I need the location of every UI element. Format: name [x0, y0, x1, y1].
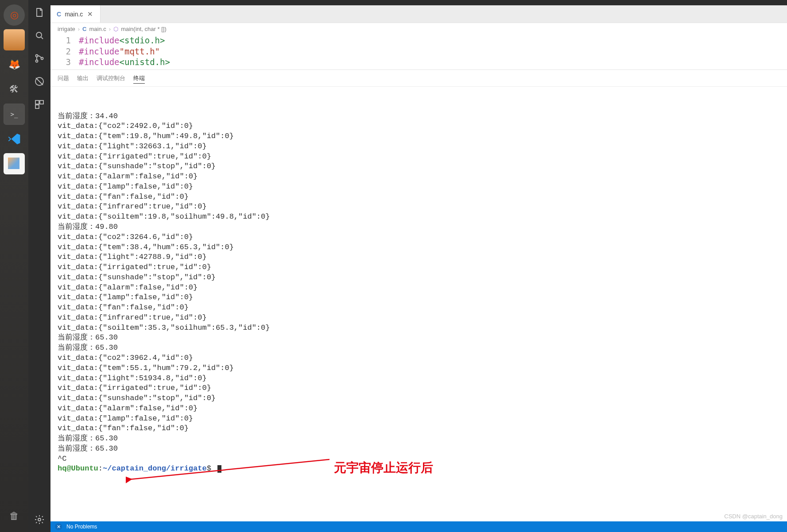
- svg-point-0: [36, 32, 42, 38]
- close-icon[interactable]: ✕: [86, 10, 94, 18]
- explorer-icon[interactable]: [33, 6, 46, 19]
- terminal-line: 当前湿度：65.30: [58, 343, 780, 353]
- terminal-line: vit_data:{"light":32663.1,"id":0}: [58, 142, 780, 152]
- launcher-files-icon[interactable]: [4, 29, 25, 50]
- editor-area: C main.c ✕ irrigate › C main.c › ⬡ main(…: [50, 0, 787, 532]
- svg-point-1: [36, 55, 38, 57]
- code-editor[interactable]: 1#include<stdio.h>2#include"mqtt.h"3#inc…: [50, 34, 787, 69]
- terminal-line: vit_data:{"co2":3264.6,"id":0}: [58, 232, 780, 243]
- terminal-line: 当前湿度：65.30: [58, 333, 780, 343]
- terminal-line: 当前湿度：65.30: [58, 434, 780, 444]
- chevron-right-icon: ›: [78, 26, 80, 32]
- terminal-line: vit_data:{"fan":false,"id":0}: [58, 303, 780, 313]
- window-titlebar: [50, 0, 787, 5]
- tab-filename: main.c: [65, 11, 83, 18]
- status-bar: ✕ No Problems: [50, 521, 787, 532]
- terminal-line: vit_data:{"tem":19.8,"hum":49.8,"id":0}: [58, 131, 780, 142]
- source-control-icon[interactable]: [33, 52, 46, 65]
- watermark: CSDN @captain_dong: [724, 513, 783, 520]
- svg-rect-5: [35, 100, 39, 104]
- status-error-icon[interactable]: ✕: [55, 523, 62, 530]
- terminal[interactable]: 当前湿度：34.40vit_data:{"co2":2492.0,"id":0}…: [50, 87, 787, 521]
- status-no-problems[interactable]: No Problems: [66, 524, 97, 530]
- language-c-icon: C: [82, 26, 86, 32]
- terminal-line: vit_data:{"tem":38.4,"hum":65.3,"id":0}: [58, 243, 780, 253]
- tab-output[interactable]: 输出: [77, 73, 89, 84]
- launcher-ubuntu-icon[interactable]: ◎: [4, 4, 25, 26]
- terminal-line: vit_data:{"alarm":false,"id":0}: [58, 283, 780, 293]
- terminal-line: vit_data:{"tem":55.1,"hum":79.2,"id":0}: [58, 363, 780, 374]
- tab-problems[interactable]: 问题: [58, 73, 69, 84]
- run-debug-icon[interactable]: [33, 75, 46, 88]
- breadcrumb-symbol[interactable]: main(int, char * []): [121, 26, 167, 32]
- language-c-icon: C: [57, 11, 61, 18]
- launcher-terminal-icon[interactable]: >_: [4, 104, 25, 125]
- tab-main-c[interactable]: C main.c ✕: [50, 5, 101, 23]
- gear-icon[interactable]: [33, 513, 46, 526]
- code-line: 1#include<stdio.h>: [58, 35, 780, 46]
- terminal-line: ^C: [58, 454, 780, 464]
- extensions-icon[interactable]: [33, 98, 46, 111]
- terminal-line: vit_data:{"infrared":true,"id":0}: [58, 313, 780, 323]
- terminal-line: vit_data:{"sunshade":"stop","id":0}: [58, 273, 780, 283]
- breadcrumb-folder[interactable]: irrigate: [58, 26, 75, 32]
- terminal-line: 当前湿度：49.80: [58, 222, 780, 232]
- terminal-line: vit_data:{"soiltem":35.3,"soilhum":65.3,…: [58, 323, 780, 333]
- svg-point-8: [38, 518, 41, 521]
- terminal-line: vit_data:{"alarm":false,"id":0}: [58, 404, 780, 414]
- tab-debug-console[interactable]: 调试控制台: [97, 73, 125, 84]
- code-line: 3#include<unistd.h>: [58, 57, 780, 68]
- terminal-line: vit_data:{"co2":2492.0,"id":0}: [58, 121, 780, 131]
- editor-tabs: C main.c ✕: [50, 5, 787, 23]
- launcher-settings-icon[interactable]: 🛠: [4, 79, 25, 100]
- activity-bar: [28, 0, 50, 532]
- launcher-firefox-icon[interactable]: 🦊: [4, 54, 25, 75]
- terminal-line: 当前湿度：34.40: [58, 112, 780, 122]
- chevron-right-icon: ›: [109, 26, 111, 32]
- terminal-line: vit_data:{"alarm":false,"id":0}: [58, 172, 780, 182]
- breadcrumb[interactable]: irrigate › C main.c › ⬡ main(int, char *…: [50, 23, 787, 34]
- svg-point-2: [36, 60, 38, 62]
- terminal-line: vit_data:{"infrared":true,"id":0}: [58, 202, 780, 212]
- terminal-line: vit_data:{"light":42788.9,"id":0}: [58, 252, 780, 262]
- launcher-trash-icon[interactable]: 🗑: [4, 505, 25, 527]
- terminal-line: vit_data:{"irrigated":true,"id":0}: [58, 152, 780, 162]
- panel-tabs: 问题 输出 调试控制台 终端: [50, 70, 787, 87]
- terminal-line: vit_data:{"fan":false,"id":0}: [58, 192, 780, 202]
- terminal-line: vit_data:{"irrigated":true,"id":0}: [58, 383, 780, 393]
- terminal-line: vit_data:{"sunshade":"stop","id":0}: [58, 162, 780, 172]
- search-icon[interactable]: [33, 29, 46, 42]
- symbol-function-icon: ⬡: [113, 26, 118, 32]
- line-number: 1: [58, 35, 79, 46]
- terminal-line: 当前湿度：65.30: [58, 444, 780, 454]
- breadcrumb-file[interactable]: main.c: [89, 26, 106, 32]
- terminal-line: vit_data:{"co2":3962.4,"id":0}: [58, 353, 780, 363]
- code-line: 2#include"mqtt.h": [58, 46, 780, 57]
- tab-terminal[interactable]: 终端: [133, 73, 145, 84]
- terminal-line: vit_data:{"irrigated":true,"id":0}: [58, 262, 780, 273]
- terminal-line: vit_data:{"sunshade":"stop","id":0}: [58, 393, 780, 404]
- terminal-line: vit_data:{"lamp":false,"id":0}: [58, 293, 780, 303]
- terminal-line: vit_data:{"soiltem":19.8,"soilhum":49.8,…: [58, 212, 780, 222]
- terminal-line: vit_data:{"lamp":false,"id":0}: [58, 182, 780, 192]
- terminal-line: vit_data:{"lamp":false,"id":0}: [58, 414, 780, 424]
- line-number: 3: [58, 57, 79, 68]
- terminal-prompt[interactable]: hq@Ubuntu:~/captain_dong/irrigate$: [58, 464, 780, 474]
- terminal-line: vit_data:{"fan":false,"id":0}: [58, 424, 780, 434]
- terminal-line: vit_data:{"light":51934.8,"id":0}: [58, 374, 780, 384]
- line-number: 2: [58, 46, 79, 57]
- ubuntu-launcher: ◎ 🦊 🛠 >_ 🗑: [0, 0, 28, 532]
- bottom-panel: 问题 输出 调试控制台 终端 当前湿度：34.40vit_data:{"co2"…: [50, 69, 787, 521]
- svg-rect-6: [40, 100, 43, 104]
- launcher-vscode-icon[interactable]: [4, 128, 25, 150]
- svg-rect-7: [35, 105, 39, 108]
- launcher-gedit-icon[interactable]: [4, 153, 25, 174]
